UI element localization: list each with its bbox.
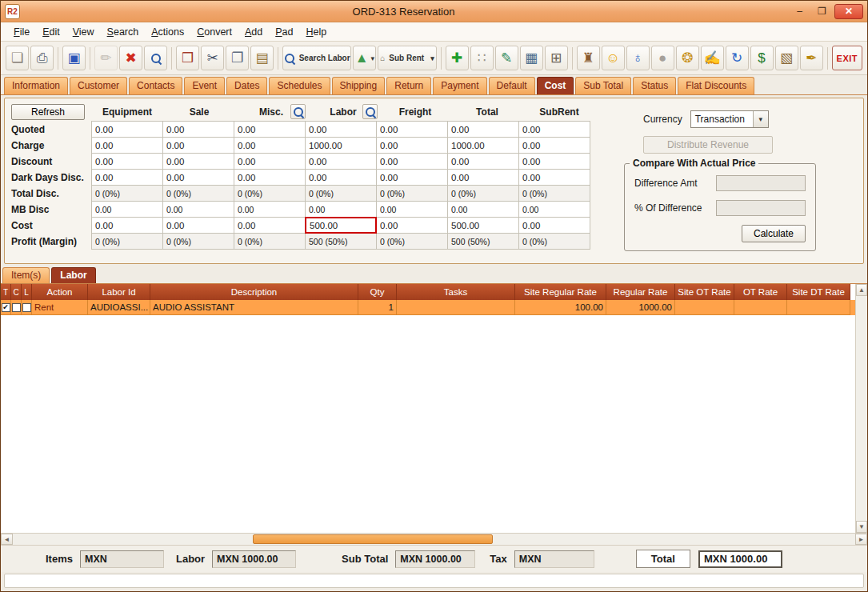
labor-site-ot-rate-cell[interactable] (675, 300, 734, 315)
tab-sub-total[interactable]: Sub Total (575, 77, 631, 94)
percent-of-difference-field[interactable] (716, 200, 806, 216)
cost-cell-profit-margin-subrent[interactable]: 0 (0%) (518, 233, 590, 250)
menu-help[interactable]: Help (300, 24, 334, 40)
print-button[interactable]: ⎙ (30, 46, 54, 70)
cost-cell-mb-disc-subrent[interactable]: 0.00 (518, 201, 590, 218)
exit-button[interactable]: EXIT (832, 46, 862, 70)
cost-cell-total-disc-freight[interactable]: 0 (0%) (376, 185, 448, 202)
paste-button[interactable]: ▤ (250, 46, 274, 70)
cost-cell-cost-equipment[interactable]: 0.00 (91, 217, 163, 234)
copy-button[interactable]: ❐ (226, 46, 249, 70)
sphere-button[interactable]: ● (651, 46, 674, 70)
add-button[interactable]: ✚ (446, 46, 469, 70)
tab-event[interactable]: Event (184, 77, 225, 94)
cost-cell-discount-misc[interactable]: 0.00 (234, 153, 306, 170)
cost-cell-mb-disc-misc[interactable]: 0.00 (234, 201, 306, 218)
report-button[interactable]: ❒ (176, 46, 199, 70)
cost-cell-charge-equipment[interactable]: 0.00 (91, 137, 163, 154)
cost-cell-quoted-freight[interactable]: 0.00 (376, 121, 448, 138)
vertical-scroll-track[interactable] (856, 296, 867, 521)
labor-total-field[interactable]: MXN 1000.00 (212, 550, 296, 568)
horizontal-scroll-track[interactable] (13, 534, 855, 545)
cost-cell-profit-margin-labor[interactable]: 500 (50%) (305, 233, 377, 250)
labor-description-cell[interactable]: AUDIO ASSISTANT (150, 300, 358, 315)
cost-cell-total-disc-equipment[interactable]: 0 (0%) (91, 185, 163, 202)
spheres-button[interactable]: ∷ (470, 46, 494, 70)
cost-cell-dark-days-disc-labor[interactable]: 0.00 (305, 169, 377, 186)
cost-cell-total-disc-subrent[interactable]: 0 (0%) (518, 185, 590, 202)
tab-default[interactable]: Default (489, 77, 535, 94)
building-button[interactable]: ♜ (577, 46, 600, 70)
smiley-button[interactable]: ☺ (602, 46, 625, 70)
pen-button[interactable]: ✒ (800, 46, 823, 70)
labor-c-checkbox[interactable] (11, 300, 22, 315)
cost-cell-charge-subrent[interactable]: 0.00 (518, 137, 590, 154)
cost-cell-quoted-subrent[interactable]: 0.00 (518, 121, 590, 138)
labor-ot-rate-cell[interactable] (734, 300, 787, 315)
cut-button[interactable]: ✂ (201, 46, 224, 70)
cost-cell-profit-margin-misc[interactable]: 0 (0%) (234, 233, 306, 250)
edit-pencil-button[interactable]: ✏ (94, 46, 118, 70)
save-button[interactable]: ▣ (62, 46, 86, 70)
cost-cell-dark-days-disc-equipment[interactable]: 0.00 (91, 169, 163, 186)
tab-payment[interactable]: Payment (433, 77, 486, 94)
cost-cell-discount-sale[interactable]: 0.00 (162, 153, 234, 170)
cost-cell-discount-total[interactable]: 0.00 (447, 153, 519, 170)
menu-add[interactable]: Add (238, 24, 269, 40)
tab-schedules[interactable]: Schedules (269, 77, 330, 94)
tab-customer[interactable]: Customer (70, 77, 127, 94)
scroll-right-icon[interactable]: ► (855, 534, 867, 545)
calculate-button[interactable]: Calculate (742, 225, 806, 242)
cost-cell-mb-disc-equipment[interactable]: 0.00 (91, 201, 163, 218)
cost-cell-profit-margin-sale[interactable]: 0 (0%) (162, 233, 234, 250)
cost-cell-mb-disc-total[interactable]: 0.00 (447, 201, 519, 218)
money-button[interactable]: $ (750, 46, 774, 70)
cost-cell-total-disc-misc[interactable]: 0 (0%) (234, 185, 306, 202)
c-checkbox[interactable] (12, 303, 21, 312)
tab-dates[interactable]: Dates (226, 77, 267, 94)
labor-l-checkbox[interactable] (22, 300, 32, 315)
sub-total-field[interactable]: MXN 1000.00 (395, 550, 475, 568)
search-labor-button[interactable] (362, 104, 378, 119)
calculator-button[interactable]: ⊞ (545, 46, 568, 70)
minimize-button[interactable]: – (790, 4, 810, 19)
cost-cell-profit-margin-freight[interactable]: 0 (0%) (376, 233, 448, 250)
scroll-up-icon[interactable]: ▲ (856, 284, 867, 296)
currency-dropdown[interactable]: Transaction ▾ (690, 110, 769, 128)
cost-cell-profit-margin-equipment[interactable]: 0 (0%) (91, 233, 163, 250)
tab-information[interactable]: Information (4, 77, 68, 94)
package-button[interactable]: ▧ (775, 46, 798, 70)
scroll-down-icon[interactable]: ▼ (856, 521, 867, 533)
detail-tab-item-s[interactable]: Item(s) (2, 267, 50, 283)
cost-cell-dark-days-disc-misc[interactable]: 0.00 (234, 169, 306, 186)
cost-cell-dark-days-disc-sale[interactable]: 0.00 (162, 169, 234, 186)
cost-cell-discount-equipment[interactable]: 0.00 (91, 153, 163, 170)
cost-cell-discount-subrent[interactable]: 0.00 (518, 153, 590, 170)
cost-cell-total-disc-total[interactable]: 0 (0%) (447, 185, 519, 202)
tab-cost[interactable]: Cost (537, 77, 574, 94)
vertical-scrollbar[interactable]: ▲ ▼ (855, 284, 867, 533)
cost-cell-cost-sale[interactable]: 0.00 (162, 217, 234, 234)
refresh-currency-button[interactable]: ↻ (726, 46, 749, 70)
schedule-button[interactable]: ▦ (520, 46, 543, 70)
labor-site-regular-rate-cell[interactable]: 100.00 (515, 300, 606, 315)
new-document-button[interactable]: ❏ (6, 46, 29, 70)
cost-cell-total-disc-sale[interactable]: 0 (0%) (162, 185, 234, 202)
labor-action-cell[interactable]: Rent (32, 300, 88, 315)
items-total-field[interactable]: MXN (80, 550, 164, 568)
tab-return[interactable]: Return (386, 77, 431, 94)
search-labor-button[interactable]: Search Labor (282, 46, 351, 70)
cost-cell-profit-margin-total[interactable]: 500 (50%) (447, 233, 519, 250)
labor-qty-cell[interactable]: 1 (358, 300, 397, 315)
refresh-button[interactable]: Refresh (11, 104, 85, 120)
cost-cell-charge-freight[interactable]: 0.00 (376, 137, 448, 154)
labor-regular-rate-cell[interactable]: 1000.00 (606, 300, 675, 315)
cost-cell-cost-subrent[interactable]: 0.00 (518, 217, 590, 234)
cost-cell-dark-days-disc-total[interactable]: 0.00 (447, 169, 519, 186)
labor-row[interactable]: ✔RentAUDIOASSI...AUDIO ASSISTANT1100.001… (1, 300, 855, 315)
cost-cell-charge-labor[interactable]: 1000.00 (305, 137, 377, 154)
horizontal-scroll-thumb[interactable] (253, 534, 493, 544)
tax-total-field[interactable]: MXN (514, 550, 594, 568)
scroll-left-icon[interactable]: ◄ (1, 534, 13, 545)
cost-cell-charge-misc[interactable]: 0.00 (234, 137, 306, 154)
